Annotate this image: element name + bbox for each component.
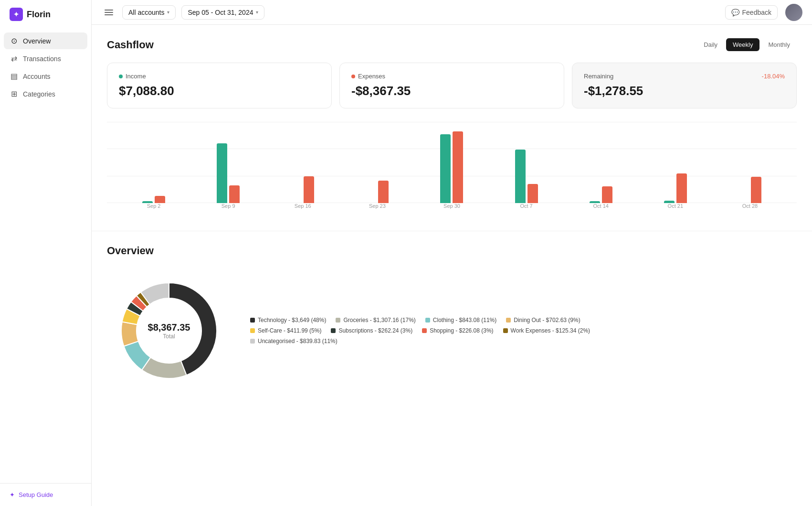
sidebar-bottom: ✦ Setup Guide: [0, 483, 91, 506]
bar-label: Sep 2: [116, 203, 191, 209]
topbar-right: 💬 Feedback: [725, 4, 802, 21]
sidebar-item-overview[interactable]: ⊙ Overview: [4, 32, 87, 49]
legend-dot: [336, 318, 340, 323]
setup-guide-link[interactable]: ✦ Setup Guide: [10, 491, 82, 498]
donut-amount: $8,367.35: [148, 322, 190, 333]
expense-bar: [155, 196, 165, 203]
income-label: Income: [119, 73, 320, 80]
legend-dot: [250, 339, 255, 344]
expense-bar: [229, 185, 240, 204]
income-bar: [515, 150, 526, 204]
cashflow-section: Cashflow Daily Weekly Monthly Income $7,…: [92, 25, 812, 231]
cashflow-chart: Sep 2Sep 9Sep 16Sep 23Sep 30Oct 7Oct 14O…: [107, 122, 797, 217]
bar-group: [664, 131, 687, 203]
bar-label: Sep 9: [191, 203, 265, 209]
legend-row: Uncategorised - $839.83 (11%): [250, 338, 797, 345]
user-avatar[interactable]: [785, 4, 802, 21]
bar-label: Oct 21: [638, 203, 713, 209]
remaining-label: Remaining: [584, 73, 613, 80]
expenses-dot: [351, 75, 355, 78]
income-dot: [119, 75, 123, 78]
legend-row: Self-Care - $411.99 (5%)Subscriptions - …: [250, 327, 797, 334]
legend-label: Dining Out - $702.63 (9%): [514, 317, 580, 323]
expense-bar: [453, 131, 463, 203]
expenses-card: Expenses -$8,367.35: [339, 63, 564, 108]
remaining-percent: -18.04%: [762, 73, 785, 80]
donut-center: $8,367.35 Total: [148, 322, 190, 340]
donut-segment: [121, 322, 138, 346]
expense-bar: [378, 181, 389, 204]
remaining-amount: -$1,278.55: [584, 84, 785, 98]
bar-label: Sep 30: [414, 203, 489, 209]
income-bar: [217, 143, 227, 203]
legend-label: Uncategorised - $839.83 (11%): [258, 338, 337, 345]
view-daily-button[interactable]: Daily: [697, 38, 724, 51]
legend-dot: [503, 328, 508, 333]
legend-label: Clothing - $843.08 (11%): [433, 317, 496, 323]
legend-item: Dining Out - $702.63 (9%): [506, 317, 580, 323]
date-chevron-icon: ▾: [256, 10, 258, 15]
bar-group: [142, 131, 165, 203]
bar-label: Oct 28: [713, 203, 787, 209]
sidebar-nav: ⊙ Overview ⇄ Transactions ▤ Accounts ⊞ C…: [0, 29, 91, 106]
feedback-label: Feedback: [742, 9, 771, 16]
remaining-header: Remaining -18.04%: [584, 73, 785, 84]
bar-label: Sep 16: [265, 203, 340, 209]
bar-group: [366, 131, 389, 203]
setup-guide-icon: ✦: [10, 491, 15, 498]
legend-label: Groceries - $1,307.16 (17%): [343, 317, 415, 323]
overview-section: Overview $8,367.35 Total Technology - $3…: [92, 231, 812, 406]
legend-item: Clothing - $843.08 (11%): [425, 317, 496, 323]
bar-group: [440, 131, 463, 203]
date-range-label: Sep 05 - Oct 31, 2024: [188, 9, 253, 16]
sidebar-item-transactions[interactable]: ⇄ Transactions: [4, 50, 87, 67]
income-amount: $7,088.80: [119, 84, 320, 98]
accounts-icon: ▤: [10, 72, 18, 81]
sidebar-item-categories[interactable]: ⊞ Categories: [4, 86, 87, 102]
legend-item: Subscriptions - $262.24 (3%): [331, 327, 412, 334]
legend-label: Work Expenses - $125.34 (2%): [511, 327, 591, 334]
income-bar: [590, 201, 600, 203]
svg-rect-0: [105, 10, 113, 11]
svg-rect-1: [105, 12, 113, 13]
expense-bar: [751, 177, 761, 203]
bar-group: [291, 131, 314, 203]
sidebar: ✦ Florin ⊙ Overview ⇄ Transactions ▤ Acc…: [0, 0, 92, 506]
logo: ✦ Florin: [0, 0, 91, 29]
main-area: All accounts ▾ Sep 05 - Oct 31, 2024 ▾ 💬…: [92, 0, 812, 506]
bar-label: Oct 7: [489, 203, 564, 209]
logo-icon: ✦: [10, 8, 23, 21]
view-monthly-button[interactable]: Monthly: [761, 38, 797, 51]
accounts-dropdown[interactable]: All accounts ▾: [122, 5, 176, 20]
legend-dot: [422, 328, 427, 333]
expense-bar: [304, 176, 314, 203]
remaining-card: Remaining -18.04% -$1,278.55: [572, 63, 797, 108]
legend-dot: [331, 328, 336, 333]
legend-item: Technology - $3,649 (48%): [250, 317, 326, 323]
overview-icon: ⊙: [10, 36, 18, 45]
legend-dot: [250, 328, 255, 333]
feedback-button[interactable]: 💬 Feedback: [725, 5, 778, 20]
overview-content: $8,367.35 Total Technology - $3,649 (48%…: [107, 269, 797, 393]
bar-group: [515, 131, 538, 203]
income-card: Income $7,088.80: [107, 63, 332, 108]
sidebar-item-label: Accounts: [23, 73, 51, 80]
bar-group: [590, 131, 612, 203]
svg-rect-2: [105, 14, 113, 15]
bar-label: Sep 23: [340, 203, 414, 209]
legend-item: Groceries - $1,307.16 (17%): [336, 317, 415, 323]
bar-label: Oct 14: [564, 203, 638, 209]
date-range-dropdown[interactable]: Sep 05 - Oct 31, 2024 ▾: [181, 5, 264, 20]
sidebar-item-accounts[interactable]: ▤ Accounts: [4, 68, 87, 85]
sidebar-item-label: Transactions: [23, 55, 61, 63]
sidebar-item-label: Categories: [23, 90, 55, 98]
legend-row: Technology - $3,649 (48%)Groceries - $1,…: [250, 317, 797, 323]
bar-group: [738, 131, 761, 203]
legend-dot: [506, 318, 511, 323]
view-weekly-button[interactable]: Weekly: [726, 38, 759, 51]
legend-label: Technology - $3,649 (48%): [258, 317, 326, 323]
sidebar-toggle[interactable]: [101, 5, 116, 20]
legend-dot: [250, 318, 255, 323]
content-area: Cashflow Daily Weekly Monthly Income $7,…: [92, 25, 812, 506]
app-name: Florin: [27, 10, 51, 20]
